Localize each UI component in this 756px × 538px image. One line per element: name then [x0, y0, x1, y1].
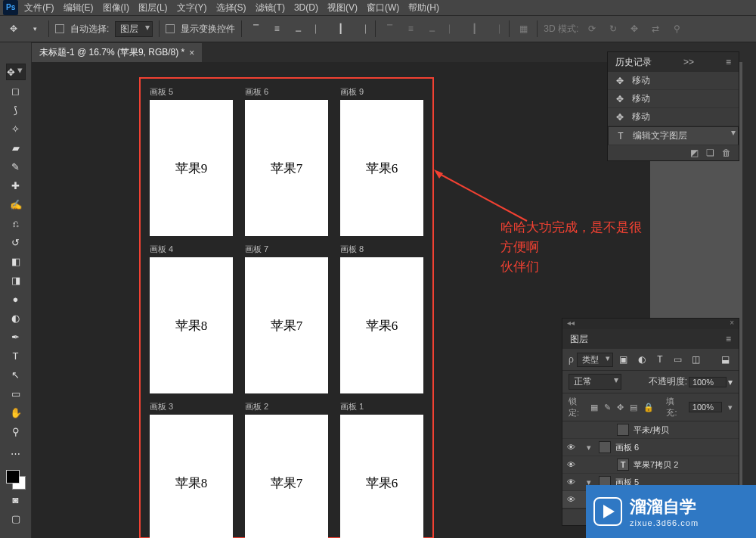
- filter-type-icon[interactable]: T: [652, 352, 668, 367]
- eraser-tool[interactable]: ◧: [8, 253, 24, 269]
- layer-visibility-icon[interactable]: 👁: [567, 477, 578, 487]
- move-tool[interactable]: ✥: [6, 64, 26, 80]
- canvas-area[interactable]: 画板 5苹果9画板 6苹果7画板 9苹果6画板 4苹果8画板 7苹果7画板 8苹…: [32, 62, 650, 538]
- layer-row[interactable]: 👁▾画板 6: [562, 439, 739, 456]
- mode-3d-pan-icon[interactable]: ✥: [627, 21, 642, 36]
- screen-mode-icon[interactable]: ▢: [8, 510, 24, 527]
- lock-artboard-icon[interactable]: ▤: [630, 403, 637, 412]
- marquee-tool[interactable]: ◻: [8, 82, 24, 99]
- artboard[interactable]: 苹果6: [340, 415, 423, 538]
- filter-pixel-icon[interactable]: ▣: [616, 352, 631, 367]
- layer-row[interactable]: 平未/拷贝: [562, 421, 739, 439]
- artboard-label[interactable]: 画板 5: [150, 86, 233, 98]
- layers-panel-menu-icon[interactable]: ≡: [726, 334, 731, 344]
- layer-thumb[interactable]: [617, 424, 629, 436]
- zoom-tool[interactable]: ⚲: [8, 423, 24, 440]
- artboard-label[interactable]: 画板 7: [245, 244, 328, 255]
- layer-name[interactable]: 平未/拷贝: [634, 424, 734, 436]
- edit-toolbar-icon[interactable]: ⋯: [8, 445, 24, 462]
- lock-paint-icon[interactable]: ✎: [604, 403, 611, 412]
- artboard-label[interactable]: 画板 2: [245, 401, 328, 412]
- align-left-icon[interactable]: ⎸: [311, 21, 327, 36]
- healing-brush-tool[interactable]: ✚: [8, 177, 24, 194]
- align-right-icon[interactable]: ⎹: [354, 21, 369, 36]
- menu-view[interactable]: 视图(V): [327, 0, 358, 15]
- layer-twist-icon[interactable]: ▾: [587, 443, 594, 452]
- artboard[interactable]: 苹果6: [340, 100, 423, 236]
- artboard-label[interactable]: 画板 8: [340, 244, 423, 255]
- layers-panel-handle[interactable]: ◂◂×: [562, 319, 739, 329]
- blur-tool[interactable]: ●: [8, 291, 24, 307]
- history-panel-title[interactable]: 历史记录: [615, 56, 652, 69]
- auto-align-icon[interactable]: ▦: [516, 21, 531, 36]
- lock-transparency-icon[interactable]: ▦: [590, 403, 598, 412]
- show-transform-checkbox[interactable]: [166, 24, 175, 33]
- filter-adjust-icon[interactable]: ◐: [634, 352, 649, 367]
- color-swatches[interactable]: [5, 468, 27, 491]
- artboard[interactable]: 苹果9: [150, 100, 233, 236]
- artboard[interactable]: 苹果7: [245, 415, 328, 538]
- artboard[interactable]: 苹果8: [150, 257, 233, 393]
- mode-3d-slide-icon[interactable]: ⇄: [648, 21, 663, 36]
- menu-edit[interactable]: 编辑(E): [64, 0, 94, 15]
- artboard[interactable]: 苹果7: [245, 100, 328, 236]
- menu-file[interactable]: 文件(F): [24, 0, 54, 15]
- menu-select[interactable]: 选择(S): [216, 0, 246, 15]
- align-vcenter-icon[interactable]: ≡: [269, 21, 284, 36]
- layer-thumb[interactable]: T: [617, 459, 629, 471]
- crop-tool[interactable]: ▰: [8, 139, 24, 156]
- menu-image[interactable]: 图像(I): [103, 0, 129, 15]
- align-hcenter-icon[interactable]: ┃: [333, 21, 348, 36]
- pen-tool[interactable]: ✒: [8, 328, 24, 345]
- distribute-bottom-icon[interactable]: ⎽: [424, 21, 439, 36]
- brush-tool[interactable]: ✍: [8, 196, 24, 213]
- layer-visibility-icon[interactable]: 👁: [567, 495, 578, 504]
- document-tab[interactable]: 未标题-1 @ 16.7% (苹果9, RGB/8) * ×: [32, 43, 202, 62]
- history-item[interactable]: ✥移动: [608, 108, 739, 126]
- filter-smart-icon[interactable]: ◫: [689, 352, 704, 367]
- artboard[interactable]: 苹果6: [340, 257, 423, 393]
- layer-thumb[interactable]: [599, 441, 611, 453]
- mode-3d-orbit-icon[interactable]: ⟳: [584, 21, 600, 36]
- right-dock-strip[interactable]: [742, 62, 756, 531]
- layer-name[interactable]: 苹果7拷贝 2: [634, 459, 734, 471]
- menu-type[interactable]: 文字(Y): [177, 0, 207, 15]
- fill-input[interactable]: 100%: [689, 402, 722, 412]
- history-item[interactable]: T编辑文字图层: [608, 126, 739, 145]
- artboard[interactable]: 苹果8: [150, 415, 233, 538]
- type-tool[interactable]: T: [8, 347, 24, 364]
- artboard-label[interactable]: 画板 4: [150, 244, 233, 255]
- blend-mode-dropdown[interactable]: 正常: [569, 374, 621, 390]
- history-item[interactable]: ✥移动: [608, 90, 739, 108]
- align-bottom-icon[interactable]: ⎽: [290, 21, 305, 36]
- filter-shape-icon[interactable]: ▭: [671, 352, 686, 367]
- distribute-left-icon[interactable]: ⎸: [445, 21, 460, 36]
- align-top-icon[interactable]: ⎺: [248, 21, 263, 36]
- history-new-doc-icon[interactable]: ❏: [706, 148, 714, 158]
- history-panel-menu-icon[interactable]: ≡: [726, 57, 731, 67]
- distribute-top-icon[interactable]: ⎺: [382, 21, 397, 36]
- layer-visibility-icon[interactable]: 👁: [567, 460, 578, 469]
- close-tab-icon[interactable]: ×: [189, 48, 194, 58]
- history-brush-tool[interactable]: ↺: [8, 234, 24, 250]
- mode-3d-zoom-icon[interactable]: ⚲: [669, 21, 684, 36]
- auto-select-checkbox[interactable]: [55, 24, 64, 33]
- distribute-vcenter-icon[interactable]: ≡: [403, 21, 418, 36]
- menu-window[interactable]: 窗口(W): [367, 0, 399, 15]
- tool-preset-dropdown[interactable]: ▾: [27, 21, 42, 36]
- opacity-dropdown-icon[interactable]: ▾: [728, 377, 733, 387]
- mode-3d-roll-icon[interactable]: ↻: [606, 21, 621, 36]
- filter-toggle-icon[interactable]: ⬓: [717, 352, 733, 367]
- history-item[interactable]: ✥移动: [608, 72, 739, 90]
- auto-select-target-dropdown[interactable]: 图层: [115, 21, 153, 37]
- artboard-label[interactable]: 画板 6: [245, 86, 328, 98]
- quick-mask-icon[interactable]: ◙: [8, 491, 24, 508]
- menu-filter[interactable]: 滤镜(T): [256, 0, 285, 15]
- artboard-label[interactable]: 画板 3: [150, 401, 233, 412]
- menu-layer[interactable]: 图层(L): [138, 0, 168, 15]
- history-panel-collapse-icon[interactable]: >>: [683, 57, 694, 67]
- foreground-color-swatch[interactable]: [6, 470, 20, 484]
- menu-help[interactable]: 帮助(H): [408, 0, 439, 15]
- layer-visibility-icon[interactable]: 👁: [567, 443, 578, 452]
- hand-tool[interactable]: ✋: [8, 404, 24, 421]
